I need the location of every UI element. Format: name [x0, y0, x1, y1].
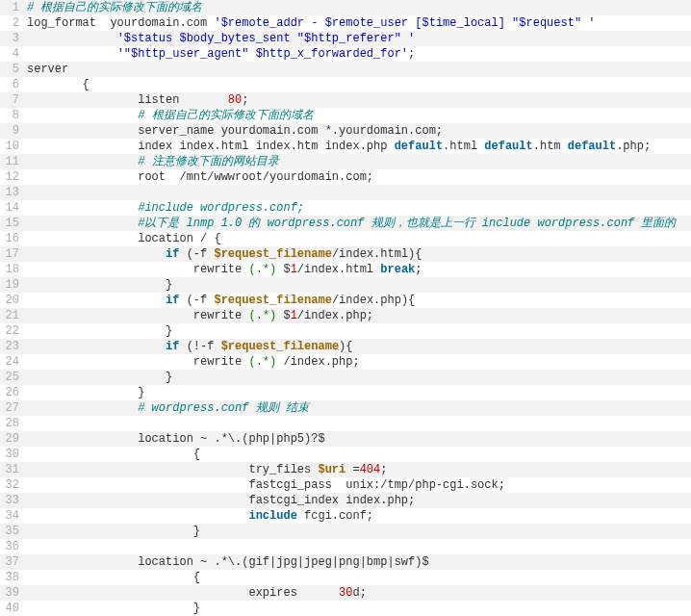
code-line: 19 }	[0, 277, 691, 293]
code-content	[23, 185, 691, 200]
code-content: }	[23, 524, 691, 539]
line-number: 7	[0, 92, 23, 108]
code-content: '"$http_user_agent" $http_x_forwarded_fo…	[23, 46, 691, 62]
line-number: 8	[0, 108, 23, 123]
code-line: 7 listen 80;	[0, 92, 691, 108]
code-line: 16 location / {	[0, 231, 691, 246]
line-number: 37	[0, 554, 23, 570]
code-content: if (-f $request_filename/index.php){	[23, 293, 691, 308]
line-number: 13	[0, 185, 23, 200]
line-number: 3	[0, 31, 23, 46]
code-line: 22 }	[0, 323, 691, 339]
code-content: include fcgi.conf;	[23, 508, 691, 524]
code-content	[23, 416, 691, 431]
code-line: 32 fastcgi_pass unix:/tmp/php-cgi.sock;	[0, 477, 691, 493]
code-line: 14 #include wordpress.conf;	[0, 200, 691, 216]
code-line: 17 if (-f $request_filename/index.html){	[0, 246, 691, 262]
code-line: 24 rewrite (.*) /index.php;	[0, 354, 691, 370]
code-content: {	[23, 77, 691, 92]
line-number: 24	[0, 354, 23, 370]
code-line: 29 location ~ .*\.(php|php5)?$	[0, 431, 691, 447]
code-content: # 根据自己的实际修改下面的域名	[23, 0, 691, 15]
line-number: 11	[0, 154, 23, 169]
line-number: 30	[0, 447, 23, 462]
line-number: 18	[0, 262, 23, 277]
line-number: 19	[0, 277, 23, 293]
line-number: 4	[0, 46, 23, 62]
code-content: # wordpress.conf 规则 结束	[23, 400, 691, 416]
code-line: 9 server_name yourdomain.com *.yourdomai…	[0, 123, 691, 139]
code-line: 12 root /mnt/wwwroot/yourdomain.com;	[0, 169, 691, 185]
code-content: rewrite (.*) /index.php;	[23, 354, 691, 370]
line-number: 26	[0, 385, 23, 400]
code-line: 1# 根据自己的实际修改下面的域名	[0, 0, 691, 15]
code-content: if (!-f $request_filename){	[23, 339, 691, 354]
code-content: '$status $body_bytes_sent "$http_referer…	[23, 31, 691, 46]
code-content: location ~ .*\.(php|php5)?$	[23, 431, 691, 447]
code-line: 20 if (-f $request_filename/index.php){	[0, 293, 691, 308]
code-line: 3 '$status $body_bytes_sent "$http_refer…	[0, 31, 691, 46]
line-number: 35	[0, 524, 23, 539]
code-line: 18 rewrite (.*) $1/index.html break;	[0, 262, 691, 277]
line-number: 15	[0, 216, 23, 231]
code-content: {	[23, 570, 691, 585]
line-number: 2	[0, 15, 23, 31]
code-content: {	[23, 447, 691, 462]
code-line: 28	[0, 416, 691, 431]
code-content: # 注意修改下面的网站目录	[23, 154, 691, 169]
code-line: 36	[0, 539, 691, 554]
code-line: 25 }	[0, 370, 691, 385]
code-line: 6 {	[0, 77, 691, 92]
code-line: 35 }	[0, 524, 691, 539]
line-number: 12	[0, 169, 23, 185]
line-number: 27	[0, 400, 23, 416]
line-number: 16	[0, 231, 23, 246]
code-content: }	[23, 277, 691, 293]
code-content: }	[23, 601, 691, 616]
code-content: }	[23, 385, 691, 400]
code-line: 33 fastcgi_index index.php;	[0, 493, 691, 508]
code-line: 13	[0, 185, 691, 200]
code-line: 8 # 根据自己的实际修改下面的域名	[0, 108, 691, 123]
line-number: 1	[0, 0, 23, 15]
code-line: 23 if (!-f $request_filename){	[0, 339, 691, 354]
line-number: 33	[0, 493, 23, 508]
line-number: 36	[0, 539, 23, 554]
code-line: 31 try_files $uri =404;	[0, 462, 691, 477]
line-number: 21	[0, 308, 23, 323]
code-content: location / {	[23, 231, 691, 246]
code-content: rewrite (.*) $1/index.php;	[23, 308, 691, 323]
line-number: 29	[0, 431, 23, 447]
code-content: # 根据自己的实际修改下面的域名	[23, 108, 691, 123]
code-line: 15 #以下是 lnmp 1.0 的 wordpress.conf 规则，也就是…	[0, 216, 691, 231]
line-number: 25	[0, 370, 23, 385]
line-number: 23	[0, 339, 23, 354]
code-content: }	[23, 370, 691, 385]
code-content: #以下是 lnmp 1.0 的 wordpress.conf 规则，也就是上一行…	[23, 216, 691, 231]
code-line: 30 {	[0, 447, 691, 462]
line-number: 17	[0, 246, 23, 262]
code-line: 11 # 注意修改下面的网站目录	[0, 154, 691, 169]
code-content: fastcgi_index index.php;	[23, 493, 691, 508]
line-number: 28	[0, 416, 23, 431]
line-number: 5	[0, 62, 23, 77]
code-content: try_files $uri =404;	[23, 462, 691, 477]
code-content: expires 30d;	[23, 585, 691, 601]
code-line: 10 index index.html index.htm index.php …	[0, 139, 691, 154]
code-content: location ~ .*\.(gif|jpg|jpeg|png|bmp|swf…	[23, 554, 691, 570]
code-content	[23, 539, 691, 554]
code-content: server	[23, 62, 691, 77]
code-line: 27 # wordpress.conf 规则 结束	[0, 400, 691, 416]
line-number: 10	[0, 139, 23, 154]
line-number: 39	[0, 585, 23, 601]
code-content: fastcgi_pass unix:/tmp/php-cgi.sock;	[23, 477, 691, 493]
line-number: 14	[0, 200, 23, 216]
code-content: #include wordpress.conf;	[23, 200, 691, 216]
code-line: 4 '"$http_user_agent" $http_x_forwarded_…	[0, 46, 691, 62]
code-content: index index.html index.htm index.php def…	[23, 139, 691, 154]
line-number: 6	[0, 77, 23, 92]
code-line: 26 }	[0, 385, 691, 400]
code-line: 21 rewrite (.*) $1/index.php;	[0, 308, 691, 323]
code-content: if (-f $request_filename/index.html){	[23, 246, 691, 262]
code-content: root /mnt/wwwroot/yourdomain.com;	[23, 169, 691, 185]
